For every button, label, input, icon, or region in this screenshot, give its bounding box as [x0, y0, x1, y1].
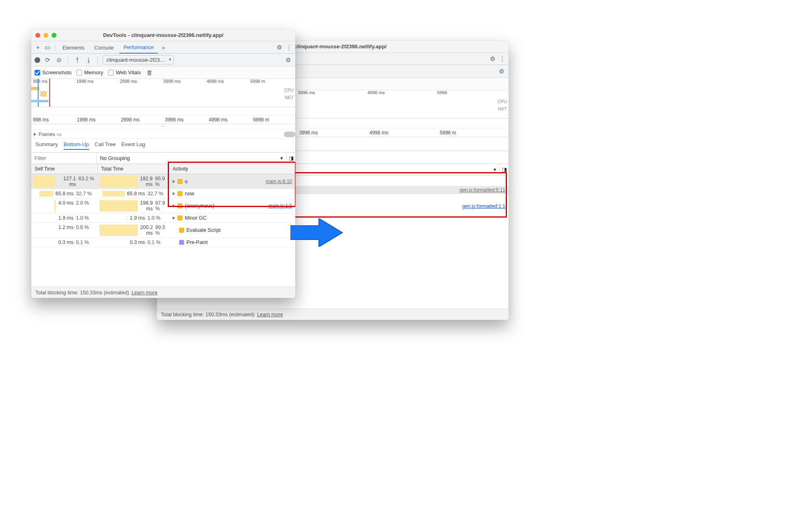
annotation-arrow [290, 218, 343, 247]
minimize-icon[interactable] [43, 33, 48, 38]
trash-icon[interactable]: 🗑 [146, 69, 154, 76]
activity-name: Pre-Paint [186, 240, 208, 245]
col-totaltime[interactable]: Total Time [98, 164, 169, 174]
cpu-label: CPU [284, 88, 294, 93]
range-end-marker[interactable] [49, 79, 50, 107]
tab-console[interactable]: Console [90, 42, 118, 53]
perf-toolbar-2: Screenshots Memory Web Vitals 🗑 [31, 67, 295, 79]
tab-elements[interactable]: Elements [58, 42, 89, 53]
kebab-icon[interactable]: ⋮ [285, 44, 293, 51]
net-label: NET [285, 95, 294, 100]
window-title: DevTools - clinquant-mousse-2f2396.netli… [103, 32, 223, 38]
url-select[interactable]: clinquant-mousse-2f23… [103, 55, 174, 65]
tab-performance[interactable]: Performance [119, 41, 158, 54]
status-bar: Total blocking time: 150.33ms (estimated… [157, 309, 509, 320]
status-bar: Total blocking time: 150.33ms (estimated… [31, 287, 295, 298]
net-label: NET [498, 106, 507, 111]
tab-summary[interactable]: Summary [35, 141, 58, 150]
time-cell: 196.9 ms97.9 % [98, 199, 169, 213]
time-cell: 65.8 ms32.7 % [98, 189, 169, 198]
close-icon[interactable] [35, 33, 40, 38]
gear-icon[interactable]: ⚙ [497, 68, 505, 75]
time-cell: 0.3 ms0.1 % [98, 238, 169, 247]
svg-marker-0 [290, 218, 342, 247]
flame-bar [40, 91, 47, 97]
device-icon[interactable]: ▭ [43, 44, 52, 51]
devtools-window-a: DevTools - clinquant-mousse-2f2396.netli… [31, 29, 295, 298]
activity-name: Minor GC [185, 215, 206, 221]
record-icon[interactable] [35, 57, 40, 63]
scroll-pill[interactable] [284, 132, 295, 137]
col-selftime[interactable]: Self Time [31, 164, 98, 174]
tab-eventlog[interactable]: Event Log [121, 141, 145, 150]
net-bar [31, 100, 48, 102]
reload-icon[interactable]: ⟳ [43, 56, 52, 64]
inspect-icon[interactable]: ⌖ [34, 44, 42, 51]
time-cell: 127.1 ms63.2 % [31, 174, 98, 189]
time-cell: 1.9 ms1.0 % [98, 214, 169, 222]
gear-icon[interactable]: ⚙ [488, 55, 496, 63]
chevron-right-icon[interactable] [173, 216, 175, 220]
tab-calltree[interactable]: Call Tree [95, 141, 116, 150]
main-tabs: ⌖ ▭ Elements Console Performance » ⚙ ⋮ [31, 41, 295, 54]
activity-highlight [168, 162, 295, 207]
overflow-icon[interactable]: » [159, 44, 167, 51]
ruler[interactable]: 998 ms 1998 ms 2998 ms 3998 ms 4998 ms 5… [31, 115, 295, 124]
filter-input[interactable] [31, 153, 96, 164]
window-controls[interactable] [35, 33, 56, 38]
time-cell: 192.9 ms95.9 % [98, 174, 169, 189]
frames-track[interactable]: Frames ns [31, 130, 295, 139]
clear-icon[interactable]: ⊘ [55, 56, 63, 64]
gear-icon[interactable]: ⚙ [284, 56, 292, 64]
activity-cell[interactable]: Evaluate Script [169, 223, 295, 237]
perf-toolbar: ⟳ ⊘ ⭱ ⭳ clinquant-mousse-2f23… ⚙ [31, 54, 295, 67]
time-cell: 1.9 ms1.0 % [31, 214, 98, 222]
download-icon[interactable]: ⭳ [84, 56, 93, 63]
chevron-right-icon [34, 133, 36, 136]
cpu-label: CPU [498, 99, 507, 104]
activity-icon [179, 228, 184, 233]
time-cell: 0.3 ms0.1 % [31, 238, 98, 247]
zoom-icon[interactable] [52, 33, 56, 38]
table-row[interactable]: 1.2 ms0.6 %200.2 ms99.5 %Evaluate Script [31, 223, 295, 238]
time-cell: 200.2 ms99.5 % [98, 223, 169, 237]
activity-name: Evaluate Script [186, 227, 221, 233]
table-row[interactable]: 0.3 ms0.1 %0.3 ms0.1 %Pre-Paint [31, 238, 295, 247]
time-cell: 1.2 ms0.6 % [31, 223, 98, 237]
detail-tabs: Summary Bottom-Up Call Tree Event Log [31, 139, 295, 153]
activity-icon [179, 240, 184, 245]
range-start-marker[interactable] [38, 79, 39, 107]
memory-checkbox[interactable]: Memory [76, 69, 103, 76]
learn-more-link[interactable]: Learn more [257, 309, 283, 320]
learn-more-link[interactable]: Learn more [132, 287, 158, 298]
table-row[interactable]: 1.9 ms1.0 %1.9 ms1.0 %Minor GC [31, 214, 295, 223]
kebab-icon[interactable]: ⋮ [498, 55, 506, 63]
timeline-overview[interactable]: 998 ms 1998 ms 2998 ms 3998 ms 4998 ms 5… [31, 79, 295, 107]
activity-cell[interactable]: Minor GC [169, 214, 295, 222]
upload-icon[interactable]: ⭱ [73, 56, 81, 63]
screenshots-checkbox[interactable]: Screenshots [35, 69, 71, 76]
webvitals-checkbox[interactable]: Web Vitals [108, 69, 141, 76]
activity-icon [178, 216, 182, 220]
time-cell: 4.0 ms2.0 % [31, 199, 98, 213]
tab-bottomup[interactable]: Bottom-Up [64, 141, 89, 150]
activity-cell[interactable]: Pre-Paint [169, 238, 295, 247]
gear-icon[interactable]: ⚙ [275, 44, 283, 51]
time-cell: 65.8 ms32.7 % [31, 189, 98, 198]
titlebar[interactable]: DevTools - clinquant-mousse-2f2396.netli… [31, 29, 295, 41]
